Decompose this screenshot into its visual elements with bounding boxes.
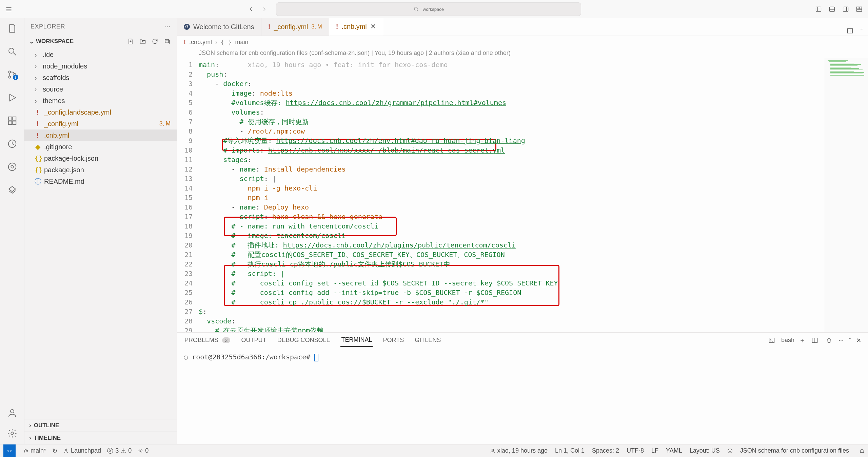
status-launchpad[interactable]: Launchpad (63, 447, 101, 454)
tab-more-icon[interactable]: ··· (860, 26, 863, 36)
editor-tab[interactable]: !.cnb.yml✕ (329, 18, 383, 36)
code-line[interactable]: # imports: https://cnb.cool/xxx/xxxx/-/b… (196, 145, 824, 155)
code-line[interactable]: # 配置coscli的COS_SECRET_ID、COS_SECRET_KEY、… (196, 250, 824, 259)
file-item[interactable]: {}package.json (24, 164, 177, 176)
run-debug-icon[interactable] (5, 91, 19, 104)
status-branch[interactable]: main* (23, 447, 46, 454)
new-folder-icon[interactable] (138, 37, 147, 46)
toggle-secondary-sidebar-icon[interactable] (841, 4, 850, 14)
code-line[interactable]: # image: tencentcom/coscli (196, 231, 824, 240)
menu-icon[interactable] (4, 4, 14, 14)
code-line[interactable]: volumes: (196, 107, 824, 117)
timeline-activity-icon[interactable] (5, 137, 19, 151)
status-eol[interactable]: LF (651, 447, 658, 454)
more-icon[interactable]: ··· (165, 23, 171, 30)
terminal-profile-icon[interactable] (767, 336, 776, 345)
terminal-kill-icon[interactable] (824, 336, 834, 345)
accounts-icon[interactable] (5, 406, 19, 420)
status-blame[interactable]: xiao, 19 hours ago (490, 447, 548, 454)
status-ports[interactable]: 0 (138, 447, 149, 454)
status-problems[interactable]: ⓧ3 ⚠0 (107, 447, 132, 455)
code-line[interactable]: - docker: (196, 79, 824, 88)
code-line[interactable]: stages: (196, 155, 824, 164)
folder-item[interactable]: ›.ide (24, 49, 177, 60)
folder-item[interactable]: ›themes (24, 95, 177, 106)
code-line[interactable]: script: | (196, 174, 824, 183)
code-line[interactable]: - name: Install dependencies (196, 164, 824, 174)
panel-close-icon[interactable]: ✕ (856, 337, 861, 344)
code-line[interactable]: # 插件地址: https://docs.cnb.cool/zh/plugins… (196, 240, 824, 250)
terminal-split-icon[interactable] (810, 336, 820, 345)
terminal-name[interactable]: bash (781, 337, 794, 344)
status-feedback-icon[interactable] (727, 448, 733, 454)
panel-tab-gitlens[interactable]: GITLENS (414, 334, 441, 346)
remote-indicator[interactable] (3, 444, 16, 457)
extensions-icon[interactable] (5, 114, 19, 127)
nav-forward-icon[interactable] (260, 4, 269, 14)
cloud-activity-icon[interactable] (5, 183, 19, 197)
code-line[interactable]: # 使用缓存，同时更新 (196, 117, 824, 126)
minimap[interactable] (824, 58, 868, 332)
panel-tab-problems[interactable]: PROBLEMS 3 (184, 334, 231, 346)
folder-item[interactable]: ›scaffolds (24, 72, 177, 83)
code-line[interactable]: # 执行coscli cp将本地的./public文件夹上传到$COS_BUCK… (196, 259, 824, 269)
status-cursor-position[interactable]: Ln 1, Col 1 (555, 447, 585, 454)
file-item[interactable]: ◆.gitignore (24, 141, 177, 153)
code-line[interactable]: # coscli config set --secret_id $COS_SEC… (196, 278, 824, 288)
split-editor-icon[interactable] (845, 26, 855, 36)
gitlens-activity-icon[interactable] (5, 160, 19, 174)
code-line[interactable]: - /root/.npm:cow (196, 126, 824, 136)
file-item[interactable]: ⓘREADME.md (24, 176, 177, 187)
status-language[interactable]: YAML (666, 447, 682, 454)
outline-section-header[interactable]: › OUTLINE (24, 419, 177, 432)
code-line[interactable]: #volumes缓存: https://docs.cnb.cool/zh/gra… (196, 98, 824, 107)
code-line[interactable]: script: hexo clean && hexo generate (196, 212, 824, 221)
status-layout[interactable]: Layout: US (690, 447, 720, 454)
code-line[interactable]: - name: Deploy hexo (196, 202, 824, 212)
timeline-section-header[interactable]: › TIMELINE (24, 432, 177, 444)
code-line[interactable]: # coscli cp ./public cos://$BUCKET -r --… (196, 297, 824, 307)
file-item[interactable]: !_config.yml3, M (24, 118, 177, 130)
code-line[interactable]: npm i (196, 193, 824, 202)
panel-tab-terminal[interactable]: TERMINAL (340, 334, 373, 347)
status-encoding[interactable]: UTF-8 (627, 447, 644, 454)
folder-item[interactable]: ›source (24, 83, 177, 95)
scm-icon[interactable]: 1 (5, 68, 19, 81)
panel-chevron-up-icon[interactable]: ˄ (848, 337, 851, 344)
terminal-add-icon[interactable]: ＋ (799, 336, 805, 344)
nav-back-icon[interactable] (246, 4, 256, 14)
collapse-all-icon[interactable] (162, 37, 172, 46)
file-item[interactable]: !_config.landscape.yml (24, 106, 177, 118)
code-line[interactable]: # script: | (196, 269, 824, 278)
file-item[interactable]: !.cnb.yml (24, 130, 177, 141)
command-center-search[interactable]: workspace (276, 2, 581, 16)
status-bell-icon[interactable] (859, 448, 865, 454)
code-line[interactable]: #导入环境变量: https://docs.cnb.cool/zh/env.ht… (196, 136, 824, 145)
status-sync[interactable]: ↻ (52, 447, 57, 455)
code-line[interactable]: $: (196, 307, 824, 316)
panel-tab-debug-console[interactable]: DEBUG CONSOLE (276, 334, 331, 346)
panel-tab-ports[interactable]: PORTS (382, 334, 405, 346)
code-line[interactable]: vscode: (196, 316, 824, 326)
terminal-body[interactable]: ○ root@283255d6a368:/workspace# (177, 348, 868, 444)
code-line[interactable]: main: xiao, 19 hours ago • feat: init fo… (196, 60, 824, 69)
status-indent[interactable]: Spaces: 2 (592, 447, 619, 454)
breadcrumb[interactable]: ! .cnb.yml { } main (177, 36, 868, 48)
code-line[interactable]: # coscli config add --init-skip=true -b … (196, 288, 824, 297)
customize-layout-icon[interactable] (854, 4, 864, 14)
code-line[interactable]: # - name: run with tencentcom/coscli (196, 221, 824, 231)
editor-tab[interactable]: GWelcome to GitLens (177, 18, 261, 36)
new-file-icon[interactable] (126, 37, 135, 46)
settings-gear-icon[interactable] (5, 426, 19, 440)
code-line[interactable]: # 在云原生开发环境中安装npm依赖 (196, 326, 824, 332)
find-icon[interactable] (5, 45, 19, 58)
panel-more-icon[interactable]: ··· (839, 337, 844, 344)
code-line[interactable]: npm i -g hexo-cli (196, 183, 824, 193)
code-line[interactable]: image: node:lts (196, 88, 824, 98)
workspace-section-header[interactable]: ⌄ WORKSPACE (24, 35, 177, 48)
close-icon[interactable]: ✕ (370, 22, 376, 31)
file-item[interactable]: {}package-lock.json (24, 153, 177, 164)
code-line[interactable]: push: (196, 69, 824, 79)
refresh-icon[interactable] (150, 37, 160, 46)
toggle-panel-icon[interactable] (827, 4, 837, 14)
